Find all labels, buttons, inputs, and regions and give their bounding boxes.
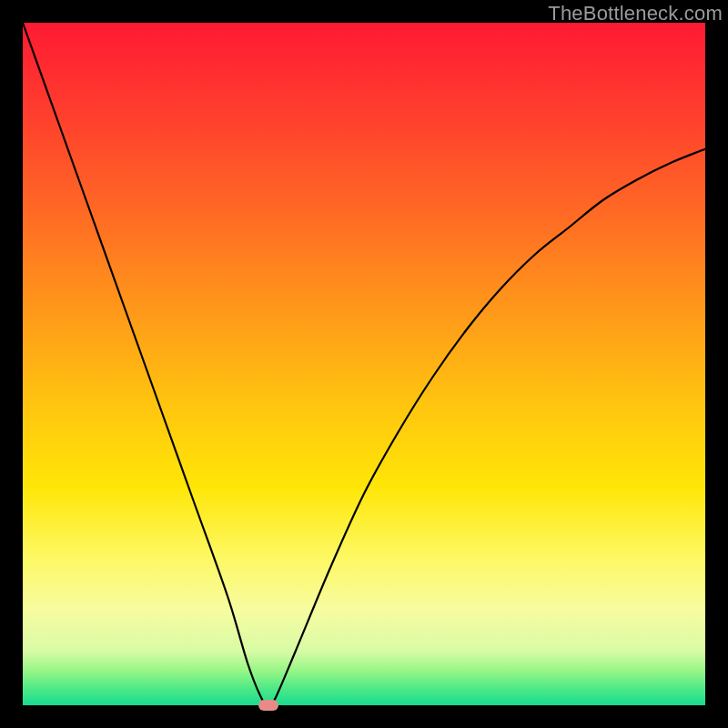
bottleneck-curve [23,23,705,705]
chart-frame [23,23,705,705]
curve-svg [23,23,705,705]
optimal-marker [258,700,278,711]
